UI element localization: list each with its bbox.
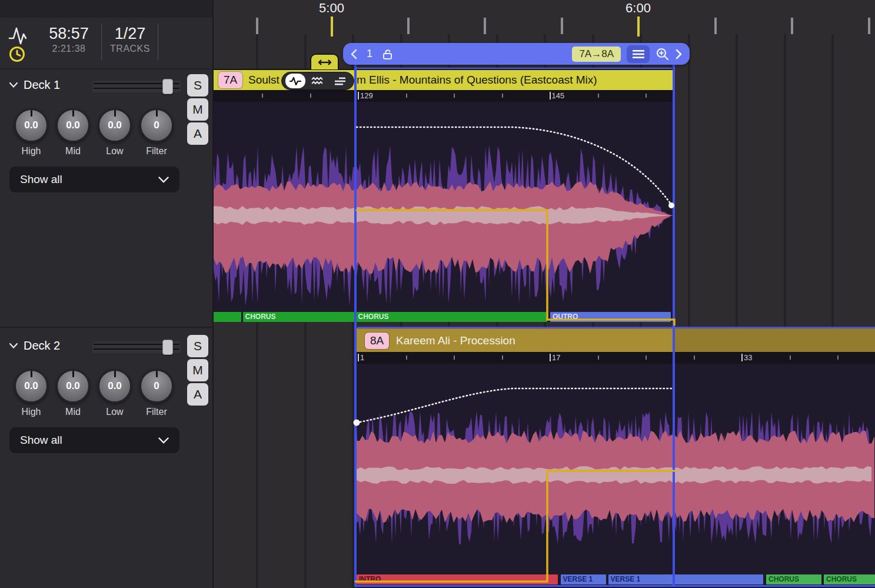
unlock-icon[interactable] [382,48,394,60]
track-counter: 1/27 TRACKS [104,25,157,55]
frequency-view-button[interactable] [308,74,328,88]
section-verse-1[interactable]: VERSE 1 [608,574,764,584]
library-filter-dropdown[interactable]: Show all [9,427,179,453]
deck-2-auto-button[interactable]: A [187,383,208,406]
ruler-time-label: 5:00 [308,1,355,16]
zoom-in-icon[interactable] [656,47,670,61]
deck-1-auto-button[interactable]: A [187,122,208,145]
total-time-value: 2:21:38 [36,42,101,55]
ruler-tick [484,18,486,34]
clip1-sections: CHORUSCHORUSOUTRO [214,312,673,323]
sidebar: 58:57 2:21:38 1/27 TRACKS Deck 1 0.0High… [0,0,214,588]
deck-2-solo-button[interactable]: S [187,335,208,357]
left-right-arrow-icon [318,59,332,66]
clip2-title: Kareem Ali - Procession [396,334,515,347]
transition-menu-button[interactable] [627,45,650,63]
transition-number: 1 [367,48,372,60]
deck-volume-fader[interactable] [92,79,181,94]
chevron-down-icon [158,437,169,444]
deck-2-mute-button[interactable]: M [187,359,208,381]
knob-filter[interactable]: 0Filter [135,108,178,157]
section-chorus[interactable]: CHORUS [243,312,355,322]
beat-label: 17 [550,354,560,362]
beat-tick [646,94,647,98]
clip2-header[interactable]: 8A Kareem Ali - Procession [357,328,875,353]
clip1-beat-ruler: 129145 [214,91,673,102]
clip-track-1[interactable]: 7A Soulst [214,69,673,322]
dj-mix-timeline-app: 5:006:00 7A Soulst [0,0,875,588]
beat-tick [502,94,503,98]
transition-toolbar[interactable]: 1 7A→8A [343,43,690,65]
library-filter-dropdown[interactable]: Show all [9,167,179,192]
key-transition-badge[interactable]: 7A→8A [572,46,621,62]
section-verse-1[interactable]: VERSE 1 [561,574,607,584]
section-intro[interactable]: INTRO [357,574,558,584]
ruler-tick [714,18,717,34]
chevron-down-icon [158,177,169,183]
deck-volume-fader[interactable] [92,340,181,355]
sections-view-button[interactable] [330,74,350,88]
key-badge-track2: 8A [365,333,389,349]
beat-label: 1 [358,354,364,362]
ruler-tick-minute [637,16,640,36]
panel-divider [0,327,214,328]
beat-label: 33 [741,354,752,362]
waveform-pulse-icon [8,26,29,48]
ruler-tick [256,18,258,34]
deck-panel-2: Deck 2 0.0High0.0Mid0.0Low0Filter SMA Sh… [0,331,214,588]
beat-tick [598,356,599,360]
fader-handle[interactable] [162,79,173,94]
clip-track-2[interactable]: 8A Kareem Ali - Procession 11733 INTROVE… [357,328,875,588]
next-transition-button[interactable] [676,49,683,59]
knob-mid[interactable]: 0.0Mid [52,108,94,157]
knob-low[interactable]: 0.0Low [94,369,136,417]
divider [158,24,158,60]
clip2-waveform [357,364,875,574]
beat-tick [310,94,311,98]
knob-high[interactable]: 0.0High [10,108,52,157]
ruler-tick [791,18,793,34]
chevron-down-icon[interactable] [9,82,18,88]
beat-tick [790,356,791,360]
section-chorus[interactable]: CHORUS [824,574,875,584]
ruler-time-label: 6:00 [615,1,662,16]
clock-icon [9,46,25,65]
beat-tick [454,356,455,360]
library-filter-value: Show all [20,173,62,186]
chevron-down-icon[interactable] [9,343,18,348]
clip1-header[interactable]: 7A Soulst [214,69,673,91]
section-chorus[interactable]: CHORUS [766,574,821,584]
session-header: 58:57 2:21:38 1/27 TRACKS [0,18,212,69]
tracks-label: TRACKS [104,42,157,55]
clip1-title-suffix: m Ellis - Mountains of Questions (Eastco… [357,74,597,87]
ruler-tick [561,18,563,34]
section-segment[interactable] [214,312,241,322]
knob-filter[interactable]: 0Filter [135,369,178,417]
clip1-tools-pill [281,72,354,90]
deck-1-solo-button[interactable]: S [187,74,208,97]
resize-handle-tab[interactable] [310,54,339,69]
knob-high[interactable]: 0.0High [10,369,52,417]
deck-1-mute-button[interactable]: M [187,98,208,121]
library-filter-value: Show all [20,434,62,447]
fader-handle[interactable] [162,340,173,355]
ruler-tick [407,18,410,34]
clip1-title-prefix: Soulst [248,74,280,87]
beat-label: 129 [358,92,373,100]
deck-2-name: Deck 2 [24,339,60,353]
beat-tick [837,356,839,360]
prev-transition-button[interactable] [350,49,357,59]
section-chorus[interactable]: CHORUS [356,312,548,322]
divider [101,24,102,60]
beat-tick [694,356,695,360]
ruler-tick-minute [331,16,333,36]
knob-mid[interactable]: 0.0Mid [52,369,94,417]
time-ruler[interactable]: 5:006:00 [214,0,875,38]
beat-tick [406,356,407,360]
beat-label: 145 [550,92,565,100]
ruler-tick [868,18,870,34]
waveform-view-button[interactable] [285,74,305,88]
section-outro[interactable]: OUTRO [550,312,671,322]
elapsed-time: 58:57 2:21:38 [36,25,101,55]
knob-low[interactable]: 0.0Low [94,108,136,157]
